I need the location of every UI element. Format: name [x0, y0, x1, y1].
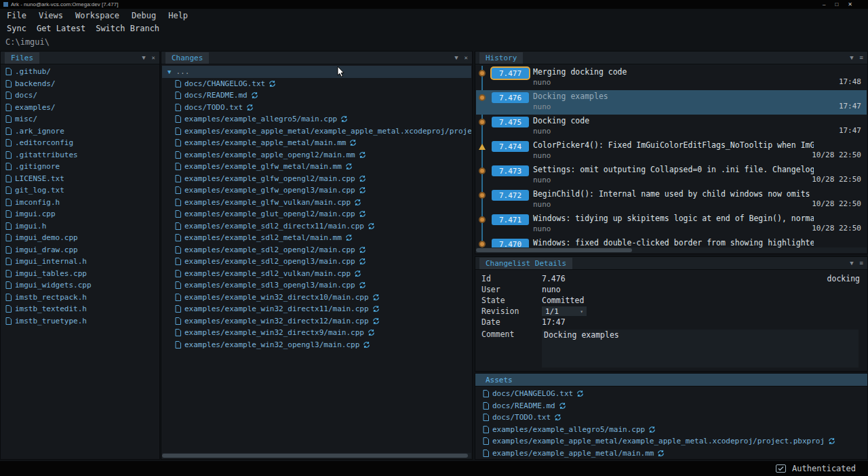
file-tree-item[interactable]: examples/ — [1, 102, 159, 114]
toolbar-button[interactable]: Get Latest — [35, 23, 87, 34]
history-commit-row[interactable]: 7.475 Docking code nuno 17:47 — [476, 115, 867, 139]
changed-file-row[interactable]: docs/CHANGELOG.txt — [162, 78, 471, 90]
asset-file-row[interactable]: docs/README.md — [476, 400, 867, 412]
history-commit-row[interactable]: 7.470 Windows: fixed double-clicked bord… — [476, 237, 867, 247]
file-tree-item[interactable]: imgui.h — [1, 220, 159, 233]
file-tree-item[interactable]: .github/ — [1, 66, 159, 78]
commit-revision-badge[interactable]: 7.476 — [492, 92, 529, 103]
file-tree-item[interactable]: imgui_widgets.cpp — [1, 279, 159, 292]
changed-file-row[interactable]: examples/example_win32_directx11/main.cp… — [162, 303, 471, 315]
history-commit-row[interactable]: 7.477 Merging docking code nuno 17:48 — [476, 66, 867, 90]
file-tree-item[interactable]: backends/ — [1, 78, 159, 90]
commit-revision-badge[interactable]: 7.470 — [492, 239, 529, 247]
menu-item[interactable]: File — [5, 10, 28, 21]
file-tree-item[interactable]: imgui.cpp — [1, 208, 159, 220]
collapse-expander-icon[interactable]: ▼ — [167, 68, 171, 75]
commit-revision-badge[interactable]: 7.471 — [492, 214, 529, 225]
changed-file-row[interactable]: examples/example_apple_metal/example_app… — [162, 125, 471, 138]
history-commit-row[interactable]: 7.471 Windows: tidying up skipitems logi… — [476, 212, 867, 237]
minimize-button[interactable]: – — [823, 1, 825, 7]
history-commit-row[interactable]: 7.472 BeginChild(): Internal name used b… — [476, 188, 867, 212]
changes-root-row[interactable]: ▼ ... — [162, 66, 471, 78]
assets-panel-header[interactable]: Assets — [475, 374, 867, 386]
file-tree-item[interactable]: git_log.txt — [1, 184, 159, 197]
changed-file-row[interactable]: examples/example_glut_opengl2/main.cpp — [162, 208, 471, 220]
changed-file-row[interactable]: examples/example_apple_metal/main.mm — [162, 137, 471, 149]
changed-file-row[interactable]: docs/TODO.txt — [162, 102, 471, 114]
filter-icon[interactable]: ▼ — [454, 54, 458, 61]
file-tree-item[interactable]: .gitattributes — [1, 149, 159, 161]
file-tree-item[interactable]: imstb_truetype.h — [1, 315, 159, 328]
menu-item[interactable]: Workspace — [74, 10, 121, 21]
panel-menu-icon[interactable]: ≡ — [860, 54, 863, 61]
changed-file-row[interactable]: examples/example_glfw_metal/main.mm — [162, 161, 471, 173]
file-tree-item[interactable]: imstb_rectpack.h — [1, 292, 159, 304]
comment-box[interactable]: Docking examples — [542, 330, 859, 368]
file-tree-item[interactable]: .gitignore — [1, 161, 159, 173]
changed-file-row[interactable]: examples/example_sdl2_metal/main.mm — [162, 232, 471, 244]
changed-file-row[interactable]: examples/example_sdl3_opengl3/main.cpp — [162, 279, 471, 292]
filter-icon[interactable]: ▼ — [850, 54, 853, 61]
filter-icon[interactable]: ▼ — [850, 260, 853, 266]
close-button[interactable]: ✕ — [848, 1, 852, 7]
changed-file-row[interactable]: examples/example_allegro5/main.cpp — [162, 113, 471, 125]
file-tree-item[interactable]: imgui_tables.cpp — [1, 268, 159, 280]
commit-author: nuno — [533, 176, 551, 184]
file-tree-item[interactable]: misc/ — [1, 113, 159, 125]
horizontal-scrollbar-thumb[interactable] — [476, 248, 632, 252]
horizontal-scrollbar-thumb[interactable] — [162, 454, 468, 458]
asset-file-row[interactable]: docs/CHANGELOG.txt — [476, 388, 867, 400]
changed-file-row[interactable]: examples/example_glfw_opengl3/main.cpp — [162, 184, 471, 197]
file-tree-item[interactable]: LICENSE.txt — [1, 173, 159, 185]
file-tree-item[interactable]: docs/ — [1, 90, 159, 102]
menu-item[interactable]: Views — [37, 10, 64, 21]
changed-file-row[interactable]: examples/example_glfw_opengl2/main.cpp — [162, 173, 471, 185]
changed-file-row[interactable]: examples/example_sdl2_opengl2/main.cpp — [162, 244, 471, 256]
changed-file-row[interactable]: docs/README.md — [162, 90, 471, 102]
commit-revision-badge[interactable]: 7.475 — [492, 117, 529, 127]
history-commit-row[interactable]: 7.474 ColorPicker4(): Fixed ImGuiColorEd… — [476, 139, 867, 163]
changed-file-row[interactable]: examples/example_sdl2_directx11/main.cpp — [162, 220, 471, 233]
changed-file-row[interactable]: examples/example_sdl2_opengl3/main.cpp — [162, 256, 471, 268]
panel-menu-icon[interactable]: ≡ — [860, 260, 863, 266]
asset-file-row[interactable]: docs/TODO.txt — [476, 412, 867, 424]
history-commit-row[interactable]: 7.473 Settings: omit outputing Collapsed… — [476, 163, 867, 188]
commit-revision-badge[interactable]: 7.477 — [492, 68, 529, 79]
file-tree-item[interactable]: imgui_demo.cpp — [1, 232, 159, 244]
changed-file-row[interactable]: examples/example_win32_directx9/main.cpp — [162, 327, 471, 339]
toolbar-button[interactable]: Switch Branch — [94, 23, 161, 34]
commit-rows: 7.477 Merging docking code nuno 17:48 7.… — [476, 66, 867, 247]
file-tree-item[interactable]: imgui_internal.h — [1, 256, 159, 268]
commit-revision-badge[interactable]: 7.472 — [492, 190, 529, 201]
close-panel-icon[interactable]: ✕ — [465, 54, 468, 61]
filter-icon[interactable]: ▼ — [142, 54, 145, 61]
maximize-button[interactable]: □ — [835, 1, 838, 7]
close-panel-icon[interactable]: ✕ — [152, 54, 155, 61]
history-commit-row[interactable]: 7.476 Docking examples nuno 17:47 — [476, 90, 867, 115]
changed-file-row[interactable]: examples/example_glfw_vulkan/main.cpp — [162, 197, 471, 209]
file-tree-item[interactable]: imstb_textedit.h — [1, 303, 159, 315]
file-tree-item[interactable]: imconfig.h — [1, 197, 159, 209]
asset-file-row[interactable]: examples/example_apple_metal/example_app… — [476, 435, 867, 448]
modified-status-icon — [368, 222, 375, 230]
asset-file-row[interactable]: examples/example_apple_metal/main.mm — [476, 448, 867, 458]
changed-file-row[interactable]: examples/example_sdl2_vulkan/main.cpp — [162, 268, 471, 280]
changes-list: ▼ ... docs/CHANGELOG.txt docs/README.md — [162, 66, 471, 458]
menu-item[interactable]: Debug — [130, 10, 157, 21]
changed-file-row[interactable]: examples/example_win32_directx10/main.cp… — [162, 292, 471, 304]
window-titlebar: Ark - nuno@ark-vcs.com:Omega:dev [7.477]… — [0, 0, 868, 9]
changed-file-row[interactable]: examples/example_win32_opengl3/main.cpp — [162, 339, 471, 351]
commit-message: Docking examples — [533, 92, 814, 101]
commit-revision-badge[interactable]: 7.473 — [492, 165, 529, 176]
commit-graph-dot — [479, 167, 486, 174]
changed-file-row[interactable]: examples/example_win32_directx12/main.cp… — [162, 315, 471, 328]
file-tree-item[interactable]: imgui_draw.cpp — [1, 244, 159, 256]
revision-selector[interactable]: 1/1 ▾ — [542, 306, 587, 316]
file-tree-item[interactable]: .editorconfig — [1, 137, 159, 149]
changed-file-row[interactable]: examples/example_apple_opengl2/main.mm — [162, 149, 471, 161]
commit-revision-badge[interactable]: 7.474 — [492, 141, 529, 152]
menu-item[interactable]: Help — [167, 10, 189, 21]
file-tree-item[interactable]: .ark_ignore — [1, 125, 159, 138]
toolbar-button[interactable]: Sync — [5, 23, 28, 34]
asset-file-row[interactable]: examples/example_allegro5/main.cpp — [476, 424, 867, 436]
